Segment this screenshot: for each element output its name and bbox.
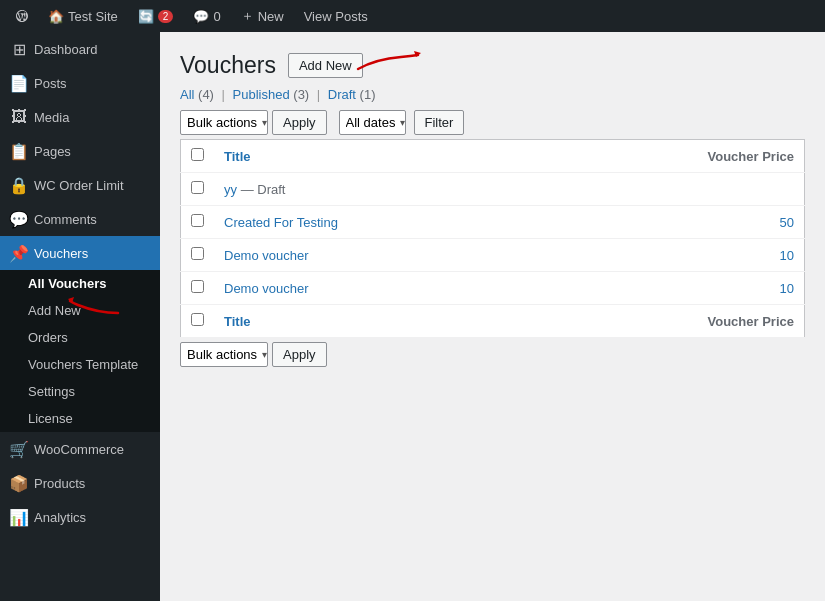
vouchers-submenu: All Vouchers Add New Orders Vouchers Tem… bbox=[0, 270, 160, 432]
site-name-bar-item[interactable]: 🏠 Test Site bbox=[40, 0, 126, 32]
sidebar-item-media[interactable]: 🖼 Media bbox=[0, 100, 160, 134]
footer-price-col: Voucher Price bbox=[542, 305, 804, 338]
sidebar-item-pages[interactable]: 📋 Pages bbox=[0, 134, 160, 168]
sidebar-subitem-vouchers-template[interactable]: Vouchers Template bbox=[0, 351, 160, 378]
all-vouchers-label: All Vouchers bbox=[28, 276, 107, 291]
table-footer-row: Title Voucher Price bbox=[181, 305, 805, 338]
filter-tab-all[interactable]: All (4) bbox=[180, 87, 214, 102]
bottom-bulk-actions-select-wrap: Bulk actions ▾ bbox=[180, 342, 268, 367]
sidebar-subitem-add-new[interactable]: Add New bbox=[0, 297, 160, 324]
add-new-arrow-annotation bbox=[68, 295, 123, 317]
row-title-cell: Created For Testing bbox=[214, 206, 542, 239]
sidebar-item-wc-order-limit[interactable]: 🔒 WC Order Limit bbox=[0, 168, 160, 202]
row-title-link[interactable]: Demo voucher bbox=[224, 248, 309, 263]
license-label: License bbox=[28, 411, 73, 426]
sidebar-item-comments[interactable]: 💬 Comments bbox=[0, 202, 160, 236]
update-count: 2 bbox=[158, 10, 174, 23]
sidebar-item-analytics[interactable]: 📊 Analytics bbox=[0, 500, 160, 534]
view-posts-bar-item[interactable]: View Posts bbox=[296, 0, 376, 32]
sidebar-item-vouchers[interactable]: 📌 Vouchers bbox=[0, 236, 160, 270]
table-row: Demo voucher 10 bbox=[181, 272, 805, 305]
title-sort-link[interactable]: Title bbox=[224, 149, 251, 164]
products-icon: 📦 bbox=[10, 474, 28, 492]
row-title-cell: Demo voucher bbox=[214, 239, 542, 272]
posts-icon: 📄 bbox=[10, 74, 28, 92]
table-row: Created For Testing 50 bbox=[181, 206, 805, 239]
select-all-checkbox[interactable] bbox=[191, 148, 204, 161]
view-posts-label: View Posts bbox=[304, 9, 368, 24]
sidebar-item-label: Media bbox=[34, 110, 150, 125]
sidebar-item-label: Comments bbox=[34, 212, 150, 227]
new-bar-item[interactable]: ＋ New bbox=[233, 0, 292, 32]
sidebar: ⊞ Dashboard 📄 Posts 🖼 Media 📋 Pages 🔒 WC… bbox=[0, 32, 160, 601]
sidebar-item-woocommerce[interactable]: 🛒 WooCommerce bbox=[0, 432, 160, 466]
pages-icon: 📋 bbox=[10, 142, 28, 160]
apply-button-bottom[interactable]: Apply bbox=[272, 342, 327, 367]
sidebar-item-products[interactable]: 📦 Products bbox=[0, 466, 160, 500]
row-checkbox[interactable] bbox=[191, 181, 204, 194]
site-name: Test Site bbox=[68, 9, 118, 24]
row-checkbox[interactable] bbox=[191, 247, 204, 260]
plus-icon: ＋ bbox=[241, 7, 254, 25]
page-title: Vouchers bbox=[180, 52, 276, 79]
orders-label: Orders bbox=[28, 330, 68, 345]
row-title-cell: Demo voucher bbox=[214, 272, 542, 305]
bulk-actions-select[interactable]: Bulk actions bbox=[181, 111, 268, 134]
bottom-bulk-actions-select[interactable]: Bulk actions bbox=[181, 343, 268, 366]
dashboard-icon: ⊞ bbox=[10, 40, 28, 58]
footer-select-all-checkbox[interactable] bbox=[191, 313, 204, 326]
vouchers-icon: 📌 bbox=[10, 244, 28, 262]
sidebar-subitem-all-vouchers[interactable]: All Vouchers bbox=[0, 270, 160, 297]
sidebar-item-dashboard[interactable]: ⊞ Dashboard bbox=[0, 32, 160, 66]
bulk-actions-select-wrap: Bulk actions ▾ bbox=[180, 110, 268, 135]
main-content: Vouchers Add New All (4) | Published (3)… bbox=[160, 32, 825, 601]
row-checkbox[interactable] bbox=[191, 280, 204, 293]
vouchers-table: Title Voucher Price yy — Draft bbox=[180, 139, 805, 338]
wp-logo-icon[interactable] bbox=[8, 0, 36, 32]
home-icon: 🏠 bbox=[48, 9, 64, 24]
row-title-cell: yy — Draft bbox=[214, 173, 542, 206]
date-filter-select[interactable]: All dates bbox=[340, 111, 406, 134]
sidebar-item-label: Analytics bbox=[34, 510, 150, 525]
footer-title-col: Title bbox=[214, 305, 542, 338]
sidebar-item-label: WooCommerce bbox=[34, 442, 150, 457]
footer-title-sort-link[interactable]: Title bbox=[224, 314, 251, 329]
new-label: New bbox=[258, 9, 284, 24]
analytics-icon: 📊 bbox=[10, 508, 28, 526]
row-title-link[interactable]: yy bbox=[224, 182, 237, 197]
sidebar-item-label: Vouchers bbox=[34, 246, 150, 261]
date-filter-select-wrap: All dates ▾ bbox=[339, 110, 406, 135]
filter-tabs: All (4) | Published (3) | Draft (1) bbox=[180, 87, 805, 102]
updates-bar-item[interactable]: 🔄 2 bbox=[130, 0, 182, 32]
comments-bar-item[interactable]: 💬 0 bbox=[185, 0, 228, 32]
sidebar-item-posts[interactable]: 📄 Posts bbox=[0, 66, 160, 100]
apply-button-top[interactable]: Apply bbox=[272, 110, 327, 135]
wc-order-limit-icon: 🔒 bbox=[10, 176, 28, 194]
sidebar-subitem-license[interactable]: License bbox=[0, 405, 160, 432]
filter-tab-published[interactable]: Published (3) bbox=[233, 87, 310, 102]
col-header-title: Title bbox=[214, 140, 542, 173]
sidebar-item-label: Posts bbox=[34, 76, 150, 91]
col-header-checkbox bbox=[181, 140, 215, 173]
add-new-header-arrow-annotation bbox=[356, 49, 426, 89]
top-toolbar: Bulk actions ▾ Apply All dates ▾ Filter bbox=[180, 110, 805, 135]
row-price-cell: 10 bbox=[542, 239, 804, 272]
comments-icon: 💬 bbox=[10, 210, 28, 228]
filter-tab-draft[interactable]: Draft (1) bbox=[328, 87, 376, 102]
admin-bar: 🏠 Test Site 🔄 2 💬 0 ＋ New View Posts bbox=[0, 0, 825, 32]
row-title-link[interactable]: Created For Testing bbox=[224, 215, 338, 230]
filter-button[interactable]: Filter bbox=[414, 110, 465, 135]
sidebar-item-label: Dashboard bbox=[34, 42, 150, 57]
sidebar-subitem-orders[interactable]: Orders bbox=[0, 324, 160, 351]
row-title-link[interactable]: Demo voucher bbox=[224, 281, 309, 296]
row-checkbox[interactable] bbox=[191, 214, 204, 227]
bottom-toolbar: Bulk actions ▾ Apply bbox=[180, 342, 805, 367]
draft-status: — Draft bbox=[241, 182, 286, 197]
footer-checkbox-col bbox=[181, 305, 215, 338]
sidebar-subitem-settings[interactable]: Settings bbox=[0, 378, 160, 405]
row-price-cell: 50 bbox=[542, 206, 804, 239]
table-row: yy — Draft bbox=[181, 173, 805, 206]
add-new-button[interactable]: Add New bbox=[288, 53, 363, 78]
col-header-price: Voucher Price bbox=[542, 140, 804, 173]
row-price-cell: 10 bbox=[542, 272, 804, 305]
